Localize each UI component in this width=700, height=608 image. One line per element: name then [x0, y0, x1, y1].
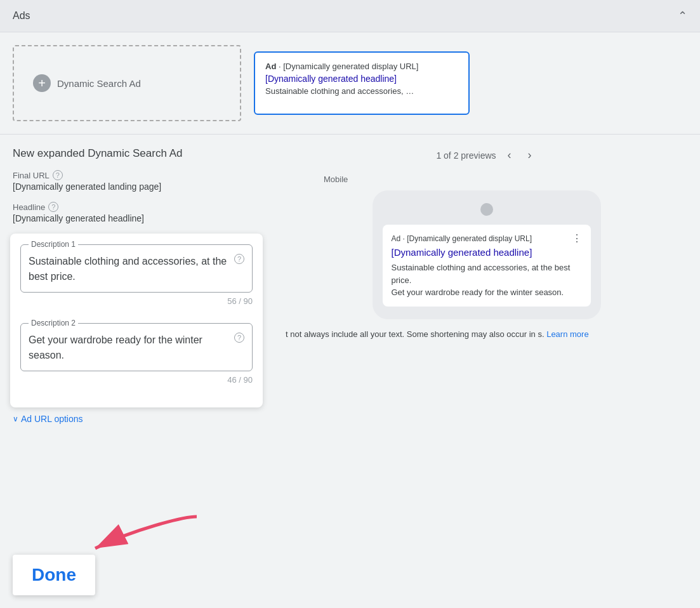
mobile-device-mockup: Ad · [Dynamically generated display URL]…	[373, 190, 601, 319]
headline-value: [Dynamically generated headline]	[13, 213, 260, 223]
preview-header: 1 of 2 previews ‹ ›	[286, 141, 687, 175]
description1-content: Sustainable clothing and accessories, at…	[29, 254, 244, 284]
ad-badge: Ad	[265, 62, 276, 71]
mobile-ad-top: Ad · [Dynamically generated display URL]…	[392, 232, 582, 244]
mobile-description: Sustainable clothing and accessories, at…	[392, 261, 582, 299]
ad-url-options[interactable]: ∨ Ad URL options	[13, 414, 83, 424]
description1-legend: Description 1	[29, 240, 78, 249]
description1-help-icon[interactable]: ?	[234, 254, 244, 264]
ad-cards-area: + Dynamic Search Ad Ad · [Dynamically ge…	[0, 32, 700, 134]
mobile-ad-badge: Ad · [Dynamically generated display URL]	[392, 234, 532, 243]
headline-label: Headline ?	[13, 202, 260, 212]
section-title: New expanded Dynamic Search Ad	[13, 147, 260, 160]
mobile-headline-link[interactable]: [Dynamically generated headline]	[392, 247, 582, 258]
description2-text: Get your wardrobe ready for the winter s…	[29, 333, 229, 363]
preview-prev-button[interactable]: ‹	[503, 146, 517, 164]
description1-section: Description 1 Sustainable clothing and a…	[20, 240, 253, 306]
ad-description-preview: Sustainable clothing and accessories, …	[265, 86, 458, 96]
ad-display-url: [Dynamically generated display URL]	[283, 62, 418, 71]
left-panel: New expanded Dynamic Search Ad Final URL…	[0, 135, 273, 407]
arrow-annotation	[83, 504, 209, 570]
done-button[interactable]: Done	[13, 555, 95, 595]
mobile-three-dots-icon[interactable]: ⋮	[572, 232, 582, 244]
right-panel: 1 of 2 previews ‹ › Mobile Ad · [Dynamic…	[273, 135, 700, 407]
descriptions-overlay: Description 1 Sustainable clothing and a…	[10, 234, 263, 407]
chevron-down-icon: ∨	[13, 414, 18, 423]
ad-preview-card: Ad · [Dynamically generated display URL]…	[254, 51, 470, 115]
ad-dot: ·	[279, 62, 281, 71]
description2-content: Get your wardrobe ready for the winter s…	[29, 333, 244, 363]
done-button-container: Done	[13, 555, 95, 595]
description2-char-count: 46 / 90	[20, 375, 253, 385]
ad-badge-line: Ad · [Dynamically generated display URL]	[265, 62, 458, 71]
bottom-bar: ∨ Ad URL options	[0, 407, 700, 437]
description2-section: Description 2 Get your wardrobe ready fo…	[20, 319, 253, 385]
final-url-label: Final URL ?	[13, 170, 260, 180]
ads-header: Ads ⌃	[0, 0, 700, 32]
note-text: t not always include all your text. Some…	[286, 328, 687, 341]
description2-help-icon[interactable]: ?	[234, 333, 244, 343]
learn-more-link[interactable]: Learn more	[546, 329, 588, 339]
dynamic-search-ad-card[interactable]: + Dynamic Search Ad	[13, 45, 241, 121]
final-url-help-icon[interactable]: ?	[53, 170, 63, 180]
main-content: New expanded Dynamic Search Ad Final URL…	[0, 135, 700, 407]
add-ad-icon: +	[33, 74, 51, 92]
description1-fieldset: Description 1 Sustainable clothing and a…	[20, 240, 253, 293]
description1-text: Sustainable clothing and accessories, at…	[29, 254, 229, 284]
preview-next-button[interactable]: ›	[523, 146, 537, 164]
description2-legend: Description 2	[29, 319, 78, 327]
ads-header-title: Ads	[13, 10, 30, 22]
mobile-notch	[480, 203, 493, 216]
dynamic-search-label: Dynamic Search Ad	[57, 78, 141, 89]
preview-counter: 1 of 2 previews	[436, 150, 496, 161]
mobile-ad-card: Ad · [Dynamically generated display URL]…	[383, 225, 591, 307]
headline-help-icon[interactable]: ?	[48, 202, 58, 212]
collapse-icon[interactable]: ⌃	[678, 9, 687, 23]
final-url-value: [Dynamically generated landing page]	[13, 182, 260, 192]
description1-char-count: 56 / 90	[20, 296, 253, 306]
mobile-label: Mobile	[286, 175, 687, 184]
ad-headline-link[interactable]: [Dynamically generated headline]	[265, 74, 458, 84]
description2-fieldset: Description 2 Get your wardrobe ready fo…	[20, 319, 253, 371]
